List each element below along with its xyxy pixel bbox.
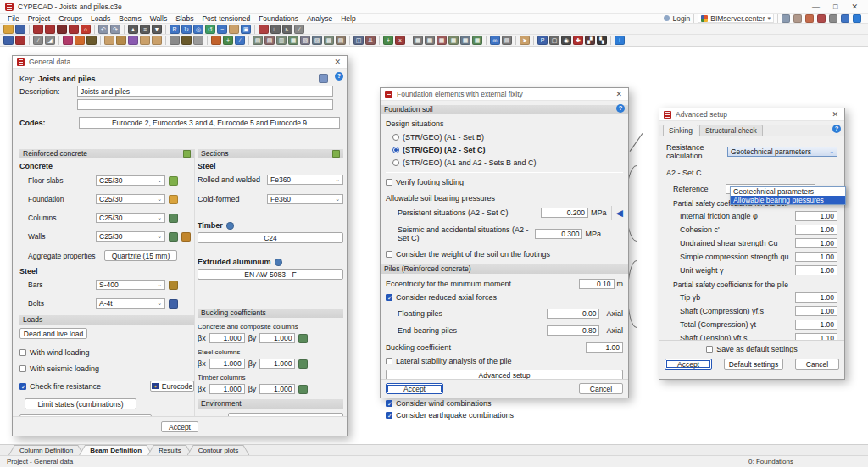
edit-concrete-icon[interactable] [169,176,178,186]
gift-icon[interactable]: ✚ [573,36,583,45]
eccentricity-input[interactable]: 0.10 [579,279,615,289]
dropdown-option-geotechnical-parameters[interactable]: Geotechnical parameters [731,187,845,196]
menu-groups[interactable]: Groups [54,14,86,23]
buckling-edit-icon[interactable] [298,359,308,369]
description-input[interactable]: Joists and piles [77,86,333,97]
grid-delete-icon[interactable]: ▦ [437,36,447,45]
accept-button[interactable]: Accept [386,383,443,394]
window-view-icon[interactable] [57,25,67,34]
menu-project[interactable]: Project [24,14,54,23]
pan-icon[interactable] [229,25,239,34]
edit-plane-icon[interactable] [3,36,14,45]
help-globe-icon[interactable] [841,14,849,23]
timber-import-icon[interactable] [226,222,234,230]
buckling-edit-icon[interactable] [298,385,308,394]
floating-piles-input[interactable]: 0.00 [547,309,599,319]
coefficient-input[interactable]: 1.00 [795,238,837,248]
openings-icon[interactable]: ◫ [353,36,364,45]
tag-icon[interactable] [104,36,114,45]
reference-grid-icon[interactable] [69,25,79,34]
persistent-input[interactable]: 0.200 [541,208,588,218]
add-element-icon[interactable]: + [383,36,393,45]
undo-icon[interactable]: ↶ [98,25,108,34]
group-copy-icon[interactable] [45,25,55,34]
menu-file[interactable]: File [3,14,24,23]
wind-combinations-checkbox[interactable] [386,400,392,407]
printer-icon[interactable] [782,14,790,23]
bimserver-button[interactable]: BIMserver.center ▾ [698,14,774,23]
menu-slabs[interactable]: Slabs [171,14,198,23]
aggregate-button[interactable]: Quartzite (15 mm) [104,250,177,261]
aluminium-import-icon[interactable] [275,259,282,266]
bolts-edit-icon[interactable] [169,299,178,309]
grid-copy-icon[interactable]: ▦ [425,36,435,45]
help-icon[interactable]: ? [616,104,625,113]
walls-texture-icon[interactable] [181,232,191,242]
cloud-share-icon[interactable] [793,14,802,23]
floor-slabs-select[interactable]: C25/30⌄ [96,175,165,186]
dialog-titlebar[interactable]: Foundation elements with external fixity… [381,88,628,101]
lateral-stability-checkbox[interactable] [386,358,392,364]
send-arrow-icon[interactable]: ➤ [520,36,530,45]
beta-x-input-0[interactable]: 1.000 [209,333,245,343]
slab-delete-icon[interactable]: ▤ [264,36,275,45]
beta-y-input-1[interactable]: 1.000 [259,359,295,369]
project-p-icon[interactable]: P [537,36,548,45]
beta-x-input-1[interactable]: 1.000 [209,359,245,369]
coefficient-input[interactable]: 1.00 [795,320,837,330]
edit-plane-red-icon[interactable] [15,36,25,45]
walls-select[interactable]: C25/30⌄ [96,231,165,242]
accept-button[interactable]: Accept [161,421,198,432]
tab-results[interactable]: Results [147,445,192,455]
full-screen-icon[interactable]: ▣ [241,25,251,34]
design-situation-option-2[interactable]: (STR/GEO) (A1 and A2 - Sets B and C) [392,158,623,167]
resistance-calc-select[interactable]: Geotechnical parameters ⌄ [727,147,837,157]
info-icon[interactable]: i [615,36,625,45]
zoom-window-icon[interactable]: ◎ [193,25,203,34]
save-icon[interactable] [15,25,25,34]
visibility-eye-icon[interactable]: ◉ [561,36,571,45]
beta-y-input-0[interactable]: 1.000 [259,333,295,343]
dead-live-load-button[interactable]: Dead and live load [19,328,87,339]
fire-resistance-icon[interactable] [75,36,85,45]
bars-select[interactable]: S-400⌄ [96,280,165,290]
bolts-select[interactable]: A-4t⌄ [96,298,165,309]
help-icon[interactable]: ? [832,125,841,133]
menu-help[interactable]: Help [337,14,359,23]
columns-select[interactable]: C25/30⌄ [96,213,165,223]
verify-footing-checkbox[interactable] [386,179,392,186]
furniture2-icon[interactable] [181,36,192,45]
import-pressure-icon[interactable]: ◀ [616,208,623,217]
views-icon[interactable] [170,36,180,45]
link-floors-icon[interactable]: ∞ [490,36,500,45]
radio-icon[interactable] [392,147,399,153]
redo-icon[interactable]: ↷ [110,25,120,34]
slab-mirror-icon[interactable]: ▨ [312,36,322,45]
foundation-select[interactable]: C25/30⌄ [96,194,165,204]
beam-loads-icon[interactable]: ⇊ [365,36,376,45]
cancel-button[interactable]: Cancel [795,359,839,370]
coefficient-input[interactable]: 1.00 [795,252,837,262]
close-icon[interactable]: ✕ [332,58,342,66]
go-down-group-icon[interactable]: ▼ [152,25,162,34]
beam-definition-icon[interactable] [140,36,150,45]
slab-move-icon[interactable]: ▦ [288,36,298,45]
tab-beam-definition[interactable]: Beam Definition [79,445,153,455]
description-input-2[interactable] [77,99,333,110]
coordinates-icon[interactable]: ⊾ [282,25,292,34]
export-section-icon[interactable] [183,150,191,158]
furniture-icon[interactable] [86,36,97,45]
snap-angle-icon[interactable]: ∕ [294,25,304,34]
default-settings-button[interactable]: Default settings [724,359,783,370]
rolled-welded-select[interactable]: Fe360⌄ [267,175,343,185]
coefficient-input[interactable]: 1.00 [795,292,837,303]
login-button[interactable]: Login [664,14,690,23]
maximize-button[interactable]: □ [833,3,837,11]
menu-walls[interactable]: Walls [146,14,171,23]
walls-edit-icon[interactable] [169,232,178,242]
timber-button[interactable]: C24 [198,232,343,243]
limit-states-button[interactable]: Limit states (combinations) [25,398,136,409]
diagram-icon[interactable]: ▚ [597,36,607,45]
radio-icon[interactable] [392,159,399,166]
open-project-icon[interactable] [3,25,14,34]
